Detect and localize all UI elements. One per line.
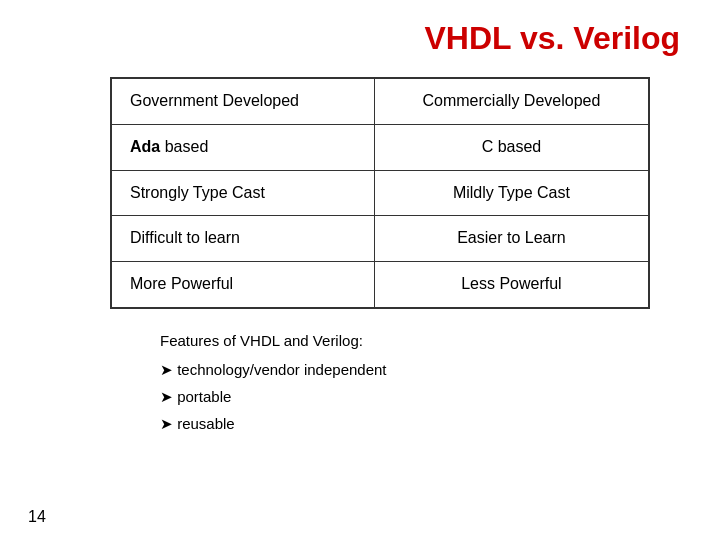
- cell-mildly-type: Mildly Type Cast: [374, 170, 649, 216]
- table-row: Strongly Type Cast Mildly Type Cast: [111, 170, 649, 216]
- table-row: Difficult to learn Easier to Learn: [111, 216, 649, 262]
- cell-less-powerful: Less Powerful: [374, 262, 649, 308]
- feature-item-3: ➤ reusable: [160, 410, 690, 437]
- cell-difficult-learn: Difficult to learn: [111, 216, 374, 262]
- cell-ada-based: Ada based: [111, 124, 374, 170]
- cell-strongly-type: Strongly Type Cast: [111, 170, 374, 216]
- table-row: Government Developed Commercially Develo…: [111, 78, 649, 124]
- page-container: VHDL vs. Verilog Government Developed Co…: [0, 0, 720, 540]
- feature-item-1: ➤ technology/vendor independent: [160, 356, 690, 383]
- comparison-table: Government Developed Commercially Develo…: [110, 77, 650, 309]
- cell-c-based: C based: [374, 124, 649, 170]
- comparison-table-wrapper: Government Developed Commercially Develo…: [110, 77, 650, 309]
- cell-com-developed: Commercially Developed: [374, 78, 649, 124]
- cell-gov-developed: Government Developed: [111, 78, 374, 124]
- cell-more-powerful: More Powerful: [111, 262, 374, 308]
- page-number: 14: [28, 508, 46, 526]
- feature-item-2: ➤ portable: [160, 383, 690, 410]
- page-title: VHDL vs. Verilog: [30, 20, 690, 57]
- features-section: Features of VHDL and Verilog: ➤ technolo…: [160, 327, 690, 437]
- table-row: Ada based C based: [111, 124, 649, 170]
- features-title: Features of VHDL and Verilog:: [160, 327, 690, 354]
- cell-easier-learn: Easier to Learn: [374, 216, 649, 262]
- ada-suffix: based: [160, 138, 208, 155]
- table-row: More Powerful Less Powerful: [111, 262, 649, 308]
- ada-label: Ada: [130, 138, 160, 155]
